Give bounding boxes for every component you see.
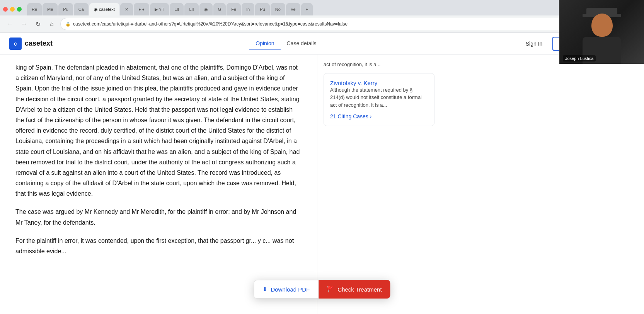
browser-tab[interactable]: ● ● (134, 3, 149, 15)
maximize-window-dot[interactable] (17, 7, 22, 12)
browser-tab[interactable]: ✕ (120, 3, 133, 15)
sidebar: act of recognition, it is a... Zivotofsk… (317, 55, 441, 314)
download-pdf-label: Download PDF (271, 286, 310, 293)
related-case-snippet: Although the statement required by § 214… (330, 86, 428, 109)
chevron-right-icon: › (370, 113, 372, 119)
browser-tab[interactable]: Me (43, 3, 58, 15)
flag-icon: 🚩 (327, 286, 334, 293)
reload-button[interactable]: ↻ (32, 19, 43, 29)
new-tab-button[interactable]: + (301, 3, 313, 15)
browser-tab[interactable]: G (213, 3, 226, 15)
browser-tab[interactable]: LII (170, 3, 184, 15)
sidebar-top-snippet: act of recognition, it is a... (324, 61, 434, 68)
close-window-dot[interactable] (3, 7, 8, 12)
tab-case-details[interactable]: Case details (281, 37, 323, 50)
back-button[interactable]: ← (5, 19, 15, 29)
citing-cases-link[interactable]: 21 Citing Cases › (330, 113, 428, 119)
check-treatment-button[interactable]: 🚩 Check Treatment (319, 280, 390, 299)
article-text: king of Spain. The defendant pleaded in … (15, 62, 302, 256)
browser-tab[interactable]: LII (184, 3, 198, 15)
article-paragraph-2: The case was argued by Mr Kennedy and Mr… (15, 206, 302, 227)
browser-tab[interactable]: Ve (286, 3, 300, 15)
address-bar-row: ← → ↻ ⌂ 🔒 casetext.com/case/urtetiqui-v-… (0, 15, 644, 32)
browser-tab[interactable]: Ca (74, 3, 89, 15)
browser-chrome: Re Me Pu Ca ◉ casetext ✕ ● ● ▶ YT LII LI… (0, 0, 644, 33)
tab-bar: Re Me Pu Ca ◉ casetext ✕ ● ● ▶ YT LII LI… (0, 0, 644, 15)
logo-icon: c (9, 38, 22, 50)
download-pdf-button[interactable]: ⬇ Download PDF (254, 280, 319, 299)
address-bar[interactable]: 🔒 casetext.com/case/urtetiqui-v-darbel-a… (60, 18, 586, 30)
browser-tabs: Re Me Pu Ca ◉ casetext ✕ ● ● ▶ YT LII LI… (27, 3, 641, 15)
logo-text: casetext (25, 39, 53, 48)
url-text: casetext.com/case/urtetiqui-v-darbel-and… (73, 21, 348, 27)
window-controls (3, 7, 22, 12)
main-content: king of Spain. The defendant pleaded in … (0, 55, 644, 314)
article-area: king of Spain. The defendant pleaded in … (0, 55, 317, 314)
browser-tab[interactable]: Pu (58, 3, 73, 15)
home-button[interactable]: ⌂ (46, 19, 57, 29)
check-treatment-label: Check Treatment (337, 286, 382, 293)
logo-area: c casetext (9, 38, 53, 50)
browser-tab[interactable]: Re (27, 3, 42, 15)
tab-opinion[interactable]: Opinion (249, 37, 280, 50)
browser-tab-active[interactable]: ◉ casetext (89, 3, 119, 15)
forward-button[interactable]: → (19, 19, 29, 29)
related-case-card: Zivotofsky v. Kerry Although the stateme… (324, 73, 434, 126)
webcam-overlay: Joseph Lustica (559, 0, 644, 64)
app-header: c casetext Opinion Case details Sign In … (0, 33, 644, 55)
browser-tab[interactable]: ◉ (199, 3, 213, 15)
webcam-name-label: Joseph Lustica (563, 55, 596, 61)
download-icon: ⬇ (262, 286, 267, 293)
case-navigation-tabs: Opinion Case details (249, 37, 322, 50)
browser-tab[interactable]: Pu (255, 3, 269, 15)
person-head (591, 14, 613, 37)
browser-tab[interactable]: No (271, 3, 285, 15)
article-paragraph-1: king of Spain. The defendant pleaded in … (15, 62, 302, 199)
related-case-title[interactable]: Zivotofsky v. Kerry (330, 80, 377, 86)
bottom-toolbar: ⬇ Download PDF 🚩 Check Treatment (254, 280, 390, 299)
browser-tab[interactable]: ▶ YT (150, 3, 169, 15)
minimize-window-dot[interactable] (10, 7, 15, 12)
article-paragraph-3: For the plaintiff in error, it was conte… (15, 236, 302, 256)
sign-in-button[interactable]: Sign In (520, 38, 549, 50)
security-lock-icon: 🔒 (65, 22, 71, 27)
webcam-person (560, 0, 644, 64)
citing-cases-count: 21 Citing Cases (330, 113, 368, 119)
browser-tab[interactable]: Fe (227, 3, 241, 15)
browser-tab[interactable]: In (242, 3, 254, 15)
